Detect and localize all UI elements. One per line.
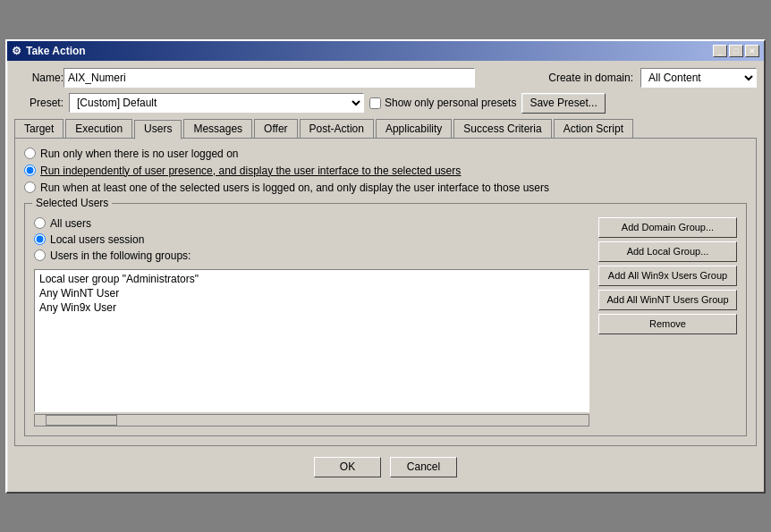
tab-post-action[interactable]: Post-Action [300,119,374,139]
selected-users-group: Selected Users All users Local users ses… [24,203,747,436]
radio-local-session-input[interactable] [34,233,46,245]
selected-users-left: All users Local users session Users in t… [34,217,589,426]
tab-success-criteria[interactable]: Success Criteria [453,119,551,139]
tab-offer[interactable]: Offer [254,119,297,139]
ok-button[interactable]: OK [314,457,381,477]
user-presence-radio-group: Run only when there is no user logged on… [24,148,747,194]
radio-independently[interactable]: Run independently of user presence, and … [24,165,747,177]
tab-content: Run only when there is no user logged on… [14,138,757,446]
list-item[interactable]: Any WinNT User [37,286,587,300]
add-local-group-button[interactable]: Add Local Group... [598,241,737,262]
name-input[interactable] [64,68,475,88]
tab-execution[interactable]: Execution [65,119,132,139]
title-bar-controls: _ □ ✕ [713,45,759,57]
radio-at-least-one-input[interactable] [24,182,36,193]
preset-row: Preset: [Custom] Default Show only perso… [14,93,757,114]
tab-messages[interactable]: Messages [183,119,252,139]
name-label: Name: [14,72,64,84]
radio-no-user-input[interactable] [24,148,36,159]
add-all-win9x-button[interactable]: Add All Win9x Users Group [598,266,737,286]
scrollbar-thumb[interactable] [46,415,117,426]
close-button[interactable]: ✕ [745,45,759,57]
horizontal-scrollbar[interactable] [34,414,589,426]
save-preset-button[interactable]: Save Preset... [521,93,605,114]
main-window: ⚙ Take Action _ □ ✕ Name: Create in doma… [5,39,766,494]
cancel-button[interactable]: Cancel [390,457,457,477]
radio-following-groups-input[interactable] [34,249,46,261]
add-all-winnt-button[interactable]: Add All WinNT Users Group [598,290,737,310]
radio-at-least-one[interactable]: Run when at least one of the selected us… [24,182,747,194]
preset-select[interactable]: [Custom] Default [69,93,364,113]
list-item[interactable]: Any Win9x User [37,300,587,315]
show-personal-label[interactable]: Show only personal presets [369,97,516,109]
tab-target[interactable]: Target [14,119,64,139]
tabs-container: Target Execution Users Messages Offer Po… [14,119,757,139]
radio-following-groups[interactable]: Users in the following groups: [34,249,589,262]
title-bar-text: ⚙ Take Action [12,45,86,57]
tab-applicability[interactable]: Applicability [376,119,452,139]
radio-all-users[interactable]: All users [34,217,589,230]
minimize-button[interactable]: _ [713,45,727,57]
tab-users[interactable]: Users [134,120,182,139]
maximize-button[interactable]: □ [729,45,743,57]
group-inner: All users Local users session Users in t… [34,217,737,426]
create-domain-label: Create in domain: [548,72,633,84]
create-domain-select[interactable]: All Content [640,68,757,88]
list-item[interactable]: Local user group "Administrators" [37,272,587,286]
window-title-icon: ⚙ [12,45,21,57]
groups-list-box[interactable]: Local user group "Administrators" Any Wi… [34,269,589,412]
window-title: Take Action [26,45,86,57]
radio-independently-input[interactable] [24,165,36,176]
radio-local-session[interactable]: Local users session [34,233,589,246]
users-radio-group: All users Local users session Users in t… [34,217,589,262]
radio-all-users-input[interactable] [34,217,46,229]
remove-button[interactable]: Remove [598,314,737,334]
radio-no-user[interactable]: Run only when there is no user logged on [24,148,747,160]
tab-action-script[interactable]: Action Script [554,119,633,139]
title-bar: ⚙ Take Action _ □ ✕ [7,41,764,61]
preset-label: Preset: [14,97,64,109]
bottom-buttons: OK Cancel [14,457,757,485]
domain-row: Create in domain: All Content [548,68,757,88]
selected-users-right: Add Domain Group... Add Local Group... A… [598,217,737,426]
window-body: Name: Create in domain: All Content Pres… [7,61,764,492]
show-personal-checkbox[interactable] [369,97,381,109]
selected-users-title: Selected Users [32,197,112,209]
name-row: Name: Create in domain: All Content [14,68,757,88]
add-domain-group-button[interactable]: Add Domain Group... [598,217,737,238]
